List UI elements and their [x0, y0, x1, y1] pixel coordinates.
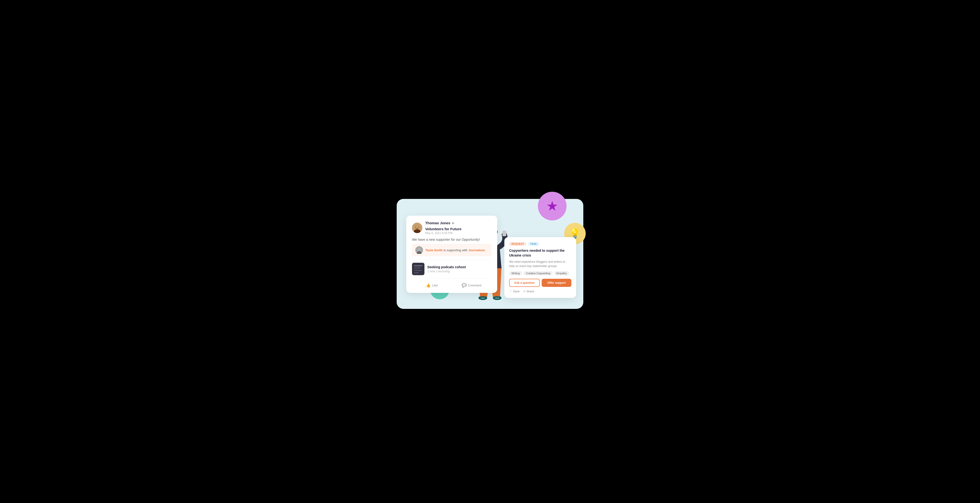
heart-save-icon: ♡	[509, 290, 512, 293]
task-buttons: Ask a question Offer support	[509, 279, 571, 287]
feed-group-name: Volunteers for Future	[425, 227, 461, 231]
skills-row: Writing Creative Copywriting Empathy	[509, 271, 571, 275]
save-label: Save	[513, 290, 519, 293]
ask-question-button[interactable]: Ask a question	[509, 279, 540, 287]
svg-rect-8	[493, 297, 501, 299]
comment-label: Comment	[468, 284, 481, 287]
svg-rect-3	[503, 230, 506, 236]
skill-tag-empathy: Empathy	[554, 271, 569, 275]
star-decoration: ★	[538, 192, 566, 221]
feed-meta: Thomas Jones ▶ Volunteers for Future May…	[425, 221, 492, 235]
tag-row: REQUEST TASK	[509, 242, 571, 246]
offer-support-button[interactable]: Offer support	[542, 279, 571, 287]
comment-button[interactable]: 💬 Comment	[452, 282, 492, 289]
opportunity-title: Seeking podcats cohost	[427, 265, 492, 269]
feed-actions: 👍 Like 💬 Comment	[412, 279, 492, 289]
share-button[interactable]: ↗ Share	[523, 290, 534, 293]
svg-rect-25	[414, 268, 421, 268]
author-avatar	[412, 222, 422, 233]
star-icon: ★	[546, 199, 558, 213]
task-description: We need experience bloggers and writers …	[509, 260, 571, 268]
skill-tag-writing: Writing	[509, 271, 522, 275]
opportunity-row: Seeking podcats cohost 1 hour | reccurin…	[412, 260, 492, 275]
supporter-skill[interactable]: Journalism	[468, 248, 485, 252]
feed-timestamp: May 6, 2021 8:59 PM	[425, 232, 492, 235]
task-tag: TASK	[528, 242, 539, 246]
opportunity-meta: 1 hour | reccuring	[427, 270, 492, 273]
feed-header: Thomas Jones ▶ Volunteers for Future May…	[412, 221, 492, 235]
feed-arrow-icon: ▶	[452, 221, 455, 225]
feed-name-row: Thomas Jones ▶ Volunteers for Future	[425, 221, 492, 231]
request-tag: REQUEST	[509, 242, 527, 246]
opportunity-info: Seeking podcats cohost 1 hour | reccurin…	[427, 265, 492, 273]
task-card: REQUEST TASK Copywriters needed to suppo…	[504, 237, 576, 298]
task-footer: ♡ Save ↗ Share	[509, 290, 571, 293]
svg-rect-27	[414, 272, 419, 273]
lightbulb-icon: 💡	[569, 229, 581, 238]
skill-tag-copywriting: Creative Copywriting	[523, 271, 552, 275]
comment-icon: 💬	[462, 283, 466, 287]
svg-rect-23	[412, 263, 425, 275]
svg-rect-26	[414, 270, 422, 271]
share-icon: ↗	[523, 290, 525, 293]
like-label: Like	[432, 284, 438, 287]
feed-author-name: Thomas Jones	[425, 221, 450, 225]
feed-body-text: We have a new supporter for our Opportun…	[412, 238, 492, 241]
supporter-text: Tavia Smith is supporting with Journalis…	[425, 248, 485, 252]
supporter-name[interactable]: Tavia Smith	[425, 248, 442, 252]
svg-rect-24	[414, 265, 423, 266]
feed-card: Thomas Jones ▶ Volunteers for Future May…	[406, 216, 497, 293]
task-title: Copywriters needed to support the Ukrain…	[509, 248, 571, 258]
save-button[interactable]: ♡ Save	[509, 290, 519, 293]
share-label: Share	[527, 290, 534, 293]
like-button[interactable]: 👍 Like	[412, 282, 452, 289]
svg-rect-6	[479, 297, 487, 299]
supporter-text-middle: is supporting with	[444, 248, 468, 252]
supporter-row: Tavia Smith is supporting with Journalis…	[412, 244, 492, 256]
scene: ★ 💡 ♥	[382, 189, 598, 314]
svg-point-22	[418, 248, 420, 251]
thumbs-up-icon: 👍	[426, 283, 431, 287]
supporter-avatar	[415, 246, 423, 254]
opportunity-thumbnail	[412, 263, 425, 275]
